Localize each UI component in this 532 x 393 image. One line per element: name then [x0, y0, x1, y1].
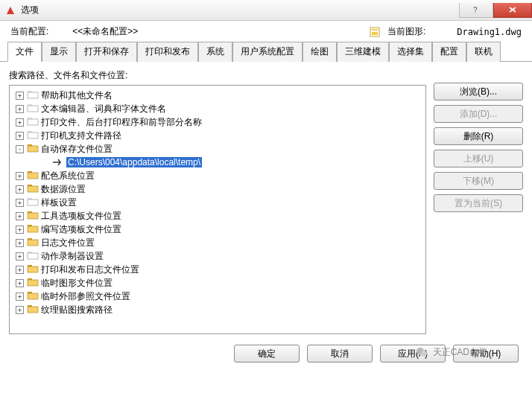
tree-item[interactable]: +打印机支持文件路径: [11, 129, 424, 142]
svg-rect-13: [28, 132, 38, 138]
tree-item[interactable]: -自动保存文件位置: [11, 142, 424, 156]
tree-label: 数据源位置: [41, 183, 86, 196]
folder-icon: [27, 103, 39, 114]
tree-label: 纹理贴图搜索路径: [41, 304, 113, 316]
svg-rect-35: [28, 293, 38, 299]
side-button[interactable]: 删除(R): [434, 127, 523, 145]
expand-icon[interactable]: +: [16, 105, 24, 113]
folder-icon: [27, 264, 39, 275]
side-button[interactable]: 浏览(B)...: [434, 83, 523, 100]
tree-item[interactable]: +帮助和其他文件名: [11, 89, 424, 102]
tree-item[interactable]: +日志文件位置: [11, 236, 424, 249]
svg-rect-29: [28, 253, 38, 259]
expand-icon[interactable]: +: [16, 172, 24, 180]
help-button[interactable]: ?: [459, 3, 493, 18]
tree-item[interactable]: +临时图形文件位置: [11, 276, 424, 290]
tree-item[interactable]: +配色系统位置: [11, 169, 424, 182]
watermark: 天正CAD自学: [415, 345, 487, 359]
ok-button[interactable]: 确定: [234, 345, 300, 362]
svg-rect-17: [28, 173, 38, 179]
window-buttons: ?: [459, 3, 532, 18]
side-buttons: 浏览(B)...添加(D)...删除(R)上移(U)下移(M)置为当前(S): [434, 69, 523, 334]
expand-icon[interactable]: +: [16, 226, 24, 234]
expand-icon[interactable]: +: [16, 279, 24, 287]
tree-item[interactable]: +打印和发布日志文件位置: [11, 263, 424, 276]
window-title: 选项: [21, 4, 39, 16]
side-button[interactable]: 下移(M): [434, 172, 523, 190]
tree-item[interactable]: +打印文件、后台打印程序和前导部分名称: [11, 115, 424, 129]
tab-10[interactable]: 联机: [466, 42, 501, 62]
tab-4[interactable]: 系统: [198, 42, 232, 62]
tree-item[interactable]: +编写选项板文件位置: [11, 223, 424, 236]
tab-1[interactable]: 显示: [42, 42, 76, 62]
app-icon: [4, 4, 16, 16]
svg-rect-4: [372, 29, 378, 31]
svg-point-39: [421, 351, 427, 357]
content-area: 搜索路径、文件名和文件位置: +帮助和其他文件名+文本编辑器、词典和字体文件名+…: [0, 62, 532, 339]
tree-item[interactable]: +数据源位置: [11, 182, 424, 196]
tree-label: 文本编辑器、词典和字体文件名: [41, 103, 166, 115]
tree-item[interactable]: +工具选项板文件位置: [11, 209, 424, 223]
tree-item[interactable]: C:\Users\004\appdata\local\temp\: [11, 156, 424, 169]
cancel-button[interactable]: 取消: [307, 345, 373, 362]
tree-label: 临时图形文件位置: [41, 277, 113, 290]
expand-icon[interactable]: +: [16, 239, 24, 247]
tree-item[interactable]: +文本编辑器、词典和字体文件名: [11, 102, 424, 115]
tree-label: 打印文件、后台打印程序和前导部分名称: [41, 116, 202, 129]
tree-view[interactable]: +帮助和其他文件名+文本编辑器、词典和字体文件名+打印文件、后台打印程序和前导部…: [9, 85, 426, 334]
wechat-icon: [415, 345, 428, 359]
title-bar: 选项 ?: [0, 0, 532, 21]
tree-label: 自动保存文件位置: [41, 143, 113, 156]
tree-label: 动作录制器设置: [41, 250, 104, 263]
folder-icon: [27, 251, 39, 261]
drawing-icon: [370, 26, 381, 38]
svg-rect-15: [28, 146, 38, 152]
tab-2[interactable]: 打开和保存: [76, 42, 137, 62]
svg-rect-27: [28, 240, 38, 246]
expand-icon[interactable]: +: [16, 92, 24, 100]
tree-label: 编写选项板文件位置: [41, 223, 121, 236]
svg-rect-11: [28, 119, 38, 125]
drawing-value: Drawing1.dwg: [457, 27, 522, 37]
expand-icon[interactable]: +: [16, 185, 24, 194]
expand-icon[interactable]: +: [16, 293, 24, 301]
tab-8[interactable]: 选择集: [389, 42, 432, 62]
tab-6[interactable]: 绘图: [303, 42, 337, 62]
arrow-icon: [52, 157, 64, 167]
tab-7[interactable]: 三维建模: [337, 42, 389, 62]
folder-icon: [27, 117, 39, 127]
svg-rect-21: [28, 199, 38, 205]
expand-icon[interactable]: +: [16, 306, 24, 314]
tree-label: 临时外部参照文件位置: [41, 290, 130, 303]
tree-label: 帮助和其他文件名: [41, 89, 113, 102]
profile-label: 当前配置:: [10, 25, 48, 38]
tree-label: 日志文件位置: [41, 237, 95, 249]
expand-icon[interactable]: +: [16, 212, 24, 220]
expand-icon[interactable]: +: [16, 199, 24, 207]
tree-item[interactable]: +样板设置: [11, 196, 424, 209]
tree-label: 工具选项板文件位置: [41, 210, 121, 223]
svg-rect-7: [28, 92, 38, 98]
tab-3[interactable]: 打印和发布: [137, 42, 198, 62]
folder-icon: [27, 211, 39, 221]
side-button[interactable]: 置为当前(S): [434, 194, 523, 212]
svg-rect-23: [28, 213, 38, 219]
expand-icon[interactable]: +: [16, 266, 24, 274]
side-button[interactable]: 添加(D)...: [434, 105, 523, 123]
folder-icon: [27, 90, 39, 100]
tab-9[interactable]: 配置: [432, 42, 466, 62]
tree-label: 配色系统位置: [41, 170, 95, 182]
expand-icon[interactable]: +: [16, 132, 24, 140]
collapse-icon[interactable]: -: [16, 145, 24, 153]
expand-icon[interactable]: +: [16, 118, 24, 127]
side-button[interactable]: 上移(U): [434, 150, 523, 167]
tab-5[interactable]: 用户系统配置: [232, 42, 303, 62]
tree-label: 打印机支持文件路径: [41, 130, 121, 142]
tree-item[interactable]: +纹理贴图搜索路径: [11, 303, 424, 316]
tab-0[interactable]: 文件: [7, 42, 42, 62]
tree-item[interactable]: +临时外部参照文件位置: [11, 290, 424, 303]
close-button[interactable]: [493, 3, 532, 18]
expand-icon[interactable]: +: [16, 252, 24, 261]
svg-rect-19: [28, 186, 38, 192]
tree-item[interactable]: +动作录制器设置: [11, 249, 424, 263]
